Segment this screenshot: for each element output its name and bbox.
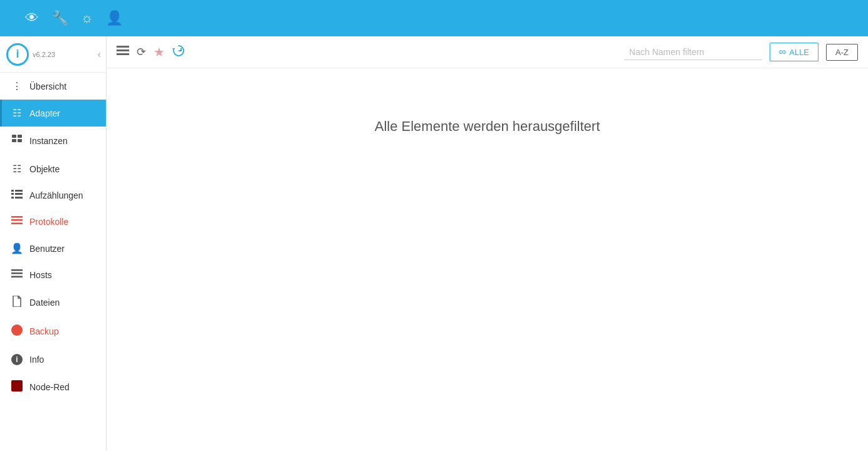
svg-rect-10: [11, 216, 23, 218]
sidebar-item-protokolle[interactable]: Protokolle: [0, 209, 106, 235]
benutzer-icon: 👤: [11, 242, 23, 254]
svg-rect-16: [117, 46, 129, 48]
sidebar-label-aufzaehlungen: Aufzählungen: [29, 190, 83, 200]
instanzen-icon: [11, 134, 23, 148]
sidebar-item-backup[interactable]: Backup: [0, 317, 106, 346]
sidebar-label-objekte: Objekte: [29, 164, 60, 174]
person-icon[interactable]: 👤: [106, 10, 123, 26]
sidebar-item-aufzaehlungen[interactable]: Aufzählungen: [0, 182, 106, 209]
adapter-icon: ☷: [11, 107, 23, 119]
sidebar-label-uebersicht: Übersicht: [29, 81, 66, 91]
svg-rect-9: [15, 197, 23, 199]
sidebar-label-node-red: Node-Red: [29, 382, 70, 392]
logo-area: i v6.2.23 ‹: [0, 36, 106, 73]
svg-rect-17: [117, 49, 129, 51]
svg-rect-1: [18, 135, 22, 138]
sidebar-label-benutzer: Benutzer: [29, 244, 65, 254]
svg-rect-2: [12, 139, 16, 142]
sidebar-item-dateien[interactable]: Dateien: [0, 288, 106, 317]
sidebar-label-adapter: Adapter: [29, 108, 60, 118]
sidebar-label-instanzen: Instanzen: [29, 136, 68, 146]
favorites-icon[interactable]: ★: [154, 44, 165, 60]
filter-input[interactable]: [624, 44, 762, 60]
info-icon: i: [11, 353, 23, 365]
auto-refresh-icon[interactable]: [172, 44, 185, 60]
sidebar-label-hosts: Hosts: [29, 270, 52, 280]
svg-rect-7: [15, 193, 23, 195]
svg-rect-4: [11, 190, 14, 192]
svg-rect-11: [11, 219, 23, 221]
topbar: 👁 🔧 ☼ 👤: [0, 0, 868, 36]
sidebar-label-protokolle: Protokolle: [29, 217, 68, 227]
sidebar-item-adapter[interactable]: ☷ Adapter: [0, 100, 106, 127]
az-button[interactable]: A-Z: [826, 44, 858, 61]
svg-rect-3: [18, 139, 22, 142]
app-logo: i: [6, 43, 29, 66]
alle-button[interactable]: ∞ ALLE: [770, 43, 818, 61]
backup-icon: [11, 324, 23, 338]
sidebar-item-hosts[interactable]: Hosts: [0, 262, 106, 288]
svg-rect-18: [117, 53, 129, 55]
svg-rect-14: [11, 272, 23, 274]
content-body: Alle Elemente werden herausgefiltert: [107, 68, 868, 451]
topbar-icons: 👁 🔧 ☼ 👤: [25, 10, 123, 26]
aufzaehlungen-icon: [11, 190, 23, 201]
main-layout: i v6.2.23 ‹ ⋮ Übersicht ☷ Adapter: [0, 36, 868, 451]
objekte-icon: ☷: [11, 163, 23, 175]
sidebar-label-dateien: Dateien: [29, 298, 60, 308]
version-label: v6.2.23: [33, 51, 55, 58]
node-red-icon: [11, 380, 23, 394]
az-label: A-Z: [835, 48, 849, 57]
svg-rect-0: [12, 135, 16, 138]
sidebar-item-benutzer[interactable]: 👤 Benutzer: [0, 235, 106, 262]
uebersicht-icon: ⋮: [11, 80, 23, 92]
sidebar-label-info: Info: [29, 355, 44, 365]
sidebar-item-uebersicht[interactable]: ⋮ Übersicht: [0, 73, 106, 100]
eye-icon[interactable]: 👁: [25, 10, 39, 26]
infinity-icon: ∞: [779, 46, 786, 58]
svg-rect-6: [11, 193, 14, 195]
collapse-button[interactable]: ‹: [98, 49, 101, 60]
svg-marker-19: [172, 48, 175, 51]
sidebar-label-backup: Backup: [29, 326, 59, 336]
hosts-icon: [11, 269, 23, 281]
svg-rect-8: [11, 197, 14, 199]
reload-icon[interactable]: ⟳: [137, 45, 146, 59]
empty-state-message: Alle Elemente werden herausgefiltert: [375, 118, 600, 135]
sidebar-item-info[interactable]: i Info: [0, 346, 106, 373]
svg-rect-15: [11, 276, 23, 278]
wrench-icon[interactable]: 🔧: [51, 10, 68, 26]
content-toolbar: ⟳ ★ ∞ ALLE A-Z: [107, 36, 868, 68]
protokolle-icon: [11, 216, 23, 227]
sidebar-item-node-red[interactable]: Node-Red: [0, 373, 106, 402]
sidebar: i v6.2.23 ‹ ⋮ Übersicht ☷ Adapter: [0, 36, 107, 451]
list-view-icon[interactable]: [117, 46, 129, 59]
sidebar-item-instanzen[interactable]: Instanzen: [0, 127, 106, 155]
svg-rect-12: [11, 223, 23, 225]
svg-rect-13: [11, 269, 23, 271]
svg-rect-5: [15, 190, 23, 192]
content-area: ⟳ ★ ∞ ALLE A-Z Alle Elemente werden hera…: [107, 36, 868, 451]
alle-label: ALLE: [789, 48, 809, 57]
dateien-icon: [11, 296, 23, 309]
sidebar-item-objekte[interactable]: ☷ Objekte: [0, 155, 106, 182]
brightness-icon[interactable]: ☼: [81, 10, 93, 26]
